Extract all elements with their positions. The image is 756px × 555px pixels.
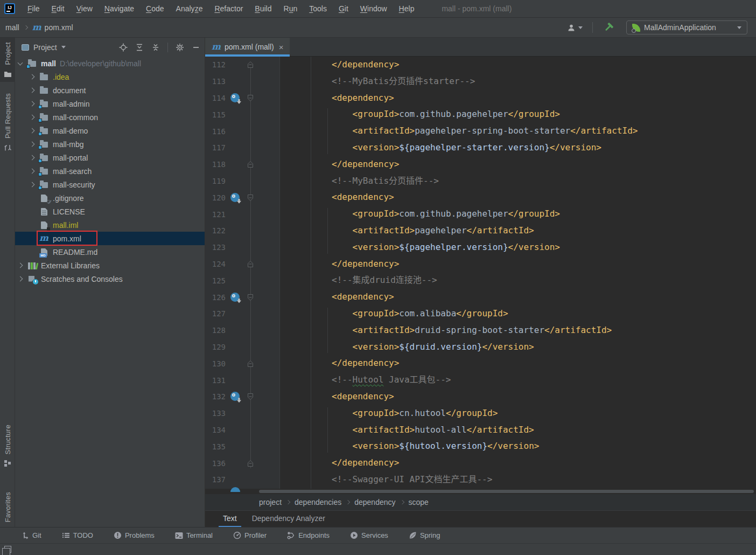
chevron-right-icon[interactable] xyxy=(30,88,35,93)
code-line-121[interactable]: <groupId>com.github.pagehelper</groupId> xyxy=(290,206,756,223)
xml-breadcrumb-dependencies[interactable]: dependencies xyxy=(295,498,341,507)
chevron-right-icon[interactable] xyxy=(30,155,35,161)
breadcrumb-project[interactable]: mall xyxy=(5,23,19,32)
code-line-126[interactable]: <dependency> xyxy=(290,289,756,306)
tree-item-.idea[interactable]: .idea xyxy=(15,70,205,84)
toolwindow-button-services[interactable]: Services xyxy=(350,531,388,539)
fold-column[interactable] xyxy=(247,260,256,268)
expand-all-icon[interactable] xyxy=(135,43,144,52)
horizontal-scrollbar[interactable] xyxy=(205,489,756,494)
toolwindow-button-profiler[interactable]: Profiler xyxy=(233,531,267,539)
maven-download-icon[interactable] xyxy=(229,193,243,203)
view-tab-dependency-analyzer[interactable]: Dependency Analyzer xyxy=(244,511,333,528)
code-line-114[interactable]: <dependency> xyxy=(290,90,756,107)
maven-download-icon[interactable] xyxy=(229,93,243,103)
tree-item-mall-common[interactable]: mall-common xyxy=(15,110,205,124)
code-line-124[interactable]: </dependency> xyxy=(290,256,756,273)
fold-column[interactable] xyxy=(247,360,256,367)
menu-code[interactable]: Code xyxy=(140,0,170,18)
tree-item-.gitignore[interactable]: .gitignore xyxy=(15,191,205,205)
code-line-135[interactable]: <version>${hutool.version}</version> xyxy=(290,438,756,455)
xml-breadcrumb-project[interactable]: project xyxy=(259,498,282,507)
scrollbar-thumb[interactable] xyxy=(259,490,754,493)
menu-help[interactable]: Help xyxy=(393,0,421,18)
fold-column[interactable] xyxy=(247,94,256,102)
chevron-right-icon[interactable] xyxy=(30,128,35,134)
fold-column[interactable] xyxy=(247,194,256,202)
tree-item-mall-mbg[interactable]: mall-mbg xyxy=(15,137,205,151)
view-tab-text[interactable]: Text xyxy=(215,511,244,528)
menu-view[interactable]: View xyxy=(71,0,99,18)
tree-item-external-libraries[interactable]: External Libraries xyxy=(15,259,205,272)
fold-marker-down-icon[interactable] xyxy=(247,393,254,400)
tree-item-mall.iml[interactable]: mall.iml xyxy=(15,218,205,232)
settings-gear-icon[interactable] xyxy=(176,43,184,52)
stripe-button-pull-requests[interactable]: Pull Requests xyxy=(0,89,15,156)
toolwindow-button-problems[interactable]: Problems xyxy=(114,531,155,539)
chevron-down-icon[interactable] xyxy=(18,60,23,65)
code-editor[interactable]: 1121131141151161171181191201211221231241… xyxy=(205,57,756,489)
stripe-button-project[interactable]: Project xyxy=(0,38,15,82)
tree-item-mall-security[interactable]: mall-security xyxy=(15,178,205,191)
code-line-125[interactable]: <!--集成druid连接池--> xyxy=(290,272,756,289)
collapse-all-icon[interactable] xyxy=(151,43,160,52)
fold-marker-down-icon[interactable] xyxy=(247,94,254,102)
chevron-right-icon[interactable] xyxy=(18,276,23,282)
locate-file-icon[interactable] xyxy=(119,43,128,52)
menu-navigate[interactable]: Navigate xyxy=(99,0,140,18)
tree-item-scratches-and-consoles[interactable]: Scratches and Consoles xyxy=(15,272,205,286)
tab-pom-xml[interactable]: m pom.xml (mall) × xyxy=(205,38,290,56)
menu-tools[interactable]: Tools xyxy=(303,0,333,18)
xml-breadcrumb-dependency[interactable]: dependency xyxy=(354,498,395,507)
tree-item-license[interactable]: LICENSE xyxy=(15,205,205,218)
tree-item-document[interactable]: document xyxy=(15,84,205,97)
code-line-127[interactable]: <groupId>com.alibaba</groupId> xyxy=(290,306,756,322)
code-line-115[interactable]: <groupId>com.github.pagehelper</groupId> xyxy=(290,106,756,123)
code-line-120[interactable]: <dependency> xyxy=(290,189,756,206)
fold-column[interactable] xyxy=(247,294,256,301)
code-line-137[interactable]: <!--Swagger-UI API文档生产工具--> xyxy=(290,471,756,488)
tree-item-mall-admin[interactable]: mall-admin xyxy=(15,97,205,110)
menu-window[interactable]: Window xyxy=(354,0,393,18)
menu-refactor[interactable]: Refactor xyxy=(208,0,249,18)
tree-item-pom.xml[interactable]: mpom.xml xyxy=(15,232,205,245)
chevron-right-icon[interactable] xyxy=(30,142,35,147)
code-line-133[interactable]: <groupId>cn.hutool</groupId> xyxy=(290,405,756,422)
code-line-130[interactable]: </dependency> xyxy=(290,355,756,372)
fold-marker-up-icon[interactable] xyxy=(247,360,254,367)
maven-download-icon[interactable] xyxy=(229,293,243,302)
fold-marker-up-icon[interactable] xyxy=(247,161,254,168)
toolwindow-button-terminal[interactable]: Terminal xyxy=(175,531,213,539)
menu-edit[interactable]: Edit xyxy=(46,0,71,18)
code-line-132[interactable]: <dependency> xyxy=(290,388,756,405)
chevron-right-icon[interactable] xyxy=(30,115,35,120)
code-line-116[interactable]: <artifactId>pagehelper-spring-boot-start… xyxy=(290,123,756,140)
fold-column[interactable] xyxy=(247,460,256,467)
xml-breadcrumb-scope[interactable]: scope xyxy=(409,498,429,507)
toolwindow-button-spring[interactable]: Spring xyxy=(409,531,440,539)
code-line-112[interactable]: </dependency> xyxy=(290,57,756,73)
breadcrumb-file[interactable]: pom.xml xyxy=(45,23,73,32)
chevron-right-icon[interactable] xyxy=(30,182,35,188)
panel-title[interactable]: Project xyxy=(33,43,57,52)
fold-column[interactable] xyxy=(247,393,256,400)
tool-window-switcher-icon[interactable] xyxy=(4,546,11,553)
tree-item-mall-demo[interactable]: mall-demo xyxy=(15,124,205,137)
stripe-button-structure[interactable]: Structure xyxy=(0,420,15,471)
fold-marker-up-icon[interactable] xyxy=(247,61,254,68)
tree-item-readme.md[interactable]: MDREADME.md xyxy=(15,245,205,259)
toolwindow-button-git[interactable]: Git xyxy=(22,531,41,539)
code-line-134[interactable]: <artifactId>hutool-all</artifactId> xyxy=(290,422,756,439)
code-line-129[interactable]: <version>${druid.version}</version> xyxy=(290,339,756,356)
hide-panel-icon[interactable] xyxy=(192,43,200,52)
toolwindow-button-endpoints[interactable]: Endpoints xyxy=(287,531,330,539)
code-line-131[interactable]: <!--Hutool Java工具包--> xyxy=(290,372,756,388)
code-line-122[interactable]: <artifactId>pagehelper</artifactId> xyxy=(290,223,756,239)
menu-build[interactable]: Build xyxy=(249,0,277,18)
fold-marker-down-icon[interactable] xyxy=(247,194,254,202)
menu-file[interactable]: File xyxy=(22,0,46,18)
user-account-button[interactable] xyxy=(563,24,587,32)
run-configuration-select[interactable]: MallAdminApplication xyxy=(626,20,747,34)
code-line-136[interactable]: </dependency> xyxy=(290,455,756,471)
close-icon[interactable]: × xyxy=(279,43,284,52)
